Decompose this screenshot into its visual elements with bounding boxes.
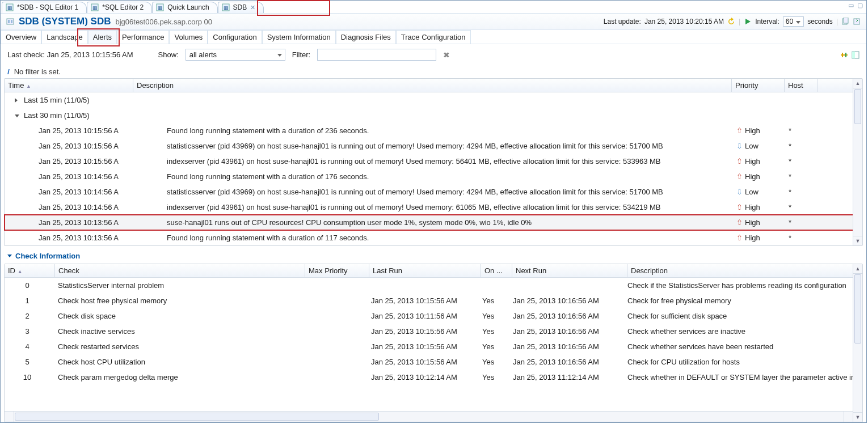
navtab-alerts[interactable]: Alerts	[88, 30, 117, 44]
col-time[interactable]: Time ▲	[5, 79, 133, 92]
check-on	[479, 279, 509, 292]
check-id: 5	[5, 355, 54, 368]
layout-icon[interactable]	[852, 51, 859, 59]
nav-tabs: OverviewLandscapeAlertsPerformanceVolume…	[1, 30, 866, 44]
check-row[interactable]: 2Check disk spaceJan 25, 2013 10:11:56 A…	[5, 308, 853, 324]
configure-icon[interactable]	[840, 51, 848, 59]
play-icon[interactable]	[744, 18, 752, 26]
alert-desc: Found long running statement with a dura…	[163, 170, 733, 183]
navtab-performance[interactable]: Performance	[117, 30, 169, 44]
interval-label: Interval:	[755, 18, 779, 26]
check-row[interactable]: 1Check host free physical memoryJan 25, …	[5, 293, 853, 308]
alert-row[interactable]: Jan 25, 2013 10:15:56 AFound long runnin…	[5, 123, 853, 138]
alert-host: *	[785, 139, 818, 152]
col-description[interactable]: Description	[133, 79, 732, 92]
check-maxp	[304, 340, 368, 353]
check-row[interactable]: 10Check param mergedog delta mergeJan 25…	[5, 370, 853, 385]
alert-priority: ⇩ Low	[733, 185, 785, 198]
navtab-overview[interactable]: Overview	[1, 30, 41, 44]
check-row[interactable]: 5Check host CPU utilizationJan 25, 2013 …	[5, 354, 853, 370]
alert-desc: statisticsserver (pid 43969) on host sus…	[163, 139, 733, 152]
check-nextrun: Jan 25, 2013 10:16:56 AM	[509, 309, 624, 323]
checks-vscroll[interactable]: ▲ ▼	[853, 264, 862, 422]
check-desc: Check whether services have been restart…	[624, 340, 853, 353]
editor-tab[interactable]: ▦*SQL Editor 2	[87, 2, 152, 13]
navtab-system-information[interactable]: System Information	[262, 30, 336, 44]
check-maxp	[304, 309, 368, 323]
page-title: SDB (SYSTEM) SDB	[19, 16, 111, 27]
check-name: Check host CPU utilization	[54, 355, 304, 368]
check-lastrun	[368, 279, 479, 292]
alert-time: Jan 25, 2013 10:13:56 A	[5, 231, 163, 244]
sql-icon: ▦	[91, 3, 99, 11]
sql-icon: ▦	[6, 3, 14, 11]
editor-tab[interactable]: ▦SDB✕	[218, 2, 264, 13]
check-row[interactable]: 3Check inactive servicesJan 25, 2013 10:…	[5, 324, 853, 339]
col-maxpriority[interactable]: Max Priority	[305, 264, 369, 277]
editor-tab[interactable]: ▦*SDB - SQL Editor 1	[2, 2, 87, 13]
alerts-toolbar: Last check: Jan 25, 2013 10:15:56 AM Sho…	[1, 44, 866, 65]
check-nextrun: Jan 25, 2013 10:16:56 AM	[509, 355, 624, 368]
alert-row[interactable]: Jan 25, 2013 10:15:56 Aindexserver (pid …	[5, 154, 853, 169]
show-combo[interactable]: all alerts	[186, 49, 285, 61]
col-id[interactable]: ID ▲	[5, 264, 55, 277]
check-desc: Check whether services are inactive	[624, 325, 853, 338]
col-host[interactable]: Host	[785, 79, 818, 92]
col-on[interactable]: On ...	[481, 264, 512, 277]
alert-host: *	[785, 231, 818, 244]
col-lastrun[interactable]: Last Run	[369, 264, 481, 277]
svg-text:▦: ▦	[158, 5, 163, 11]
col-priority[interactable]: Priority	[732, 79, 785, 92]
check-name: Check restarted services	[54, 340, 304, 353]
alert-row[interactable]: Jan 25, 2013 10:15:56 Astatisticsserver …	[5, 138, 853, 154]
check-maxp	[304, 325, 368, 338]
check-desc: Check for CPU utilization for hosts	[624, 355, 853, 368]
alert-row[interactable]: Jan 25, 2013 10:14:56 Astatisticsserver …	[5, 184, 853, 200]
editor-tab[interactable]: ▦Quick Launch	[152, 2, 217, 13]
alert-row[interactable]: Jan 25, 2013 10:14:56 Aindexserver (pid …	[5, 200, 853, 215]
copy-icon[interactable]	[841, 18, 849, 26]
navtab-landscape[interactable]: Landscape	[41, 30, 88, 44]
maximize-icon[interactable]: ▢	[857, 2, 863, 9]
last-check-value: Jan 25, 2013 10:15:56 AM	[47, 50, 133, 59]
navtab-diagnosis-files[interactable]: Diagnosis Files	[336, 30, 396, 44]
interval-select[interactable]: 60	[783, 16, 804, 27]
alert-row[interactable]: Jan 25, 2013 10:13:56 Asuse-hanajl01 run…	[5, 215, 853, 230]
export-icon[interactable]	[853, 18, 861, 26]
check-desc: Check for free physical memory	[624, 294, 853, 307]
col-check[interactable]: Check	[55, 264, 305, 277]
window-controls: ▭ ▢	[848, 2, 863, 9]
navtab-configuration[interactable]: Configuration	[208, 30, 262, 44]
check-id: 1	[5, 294, 54, 307]
svg-text:▦: ▦	[224, 5, 229, 11]
filter-input[interactable]	[317, 49, 436, 61]
alert-group[interactable]: Last 30 min (11/0/5)	[5, 108, 853, 123]
alerts-vscroll[interactable]: ▲ ▼	[853, 79, 862, 245]
info-text: No filter is set.	[14, 67, 61, 76]
alert-row[interactable]: Jan 25, 2013 10:14:56 AFound long runnin…	[5, 169, 853, 184]
alert-host: *	[785, 185, 818, 198]
check-row[interactable]: 0StatisticsServer internal problemCheck …	[5, 278, 853, 293]
svg-rect-9	[8, 20, 10, 23]
alert-group[interactable]: Last 15 min (11/0/5)	[5, 92, 853, 108]
alert-time: Jan 25, 2013 10:15:56 A	[5, 124, 163, 137]
check-row[interactable]: 4Check restarted servicesJan 25, 2013 10…	[5, 339, 853, 354]
col-nextrun[interactable]: Next Run	[512, 264, 627, 277]
check-maxp	[304, 279, 368, 292]
navtab-volumes[interactable]: Volumes	[169, 30, 208, 44]
col-check-desc[interactable]: Description	[627, 264, 853, 277]
alert-row[interactable]: Jan 25, 2013 10:13:56 AFound long runnin…	[5, 230, 853, 245]
check-lastrun: Jan 25, 2013 10:15:56 AM	[368, 294, 479, 307]
minimize-icon[interactable]: ▭	[848, 2, 854, 9]
refresh-icon[interactable]	[727, 18, 735, 26]
close-icon[interactable]: ✕	[250, 4, 255, 11]
alert-priority: ⇧ High	[733, 124, 785, 137]
checks-hscroll[interactable]	[5, 411, 853, 422]
alert-time: Jan 25, 2013 10:14:56 A	[5, 170, 163, 183]
svg-rect-8	[7, 19, 14, 24]
tab-label: *SQL Editor 2	[102, 3, 144, 11]
navtab-trace-configuration[interactable]: Trace Configuration	[396, 30, 471, 44]
clear-filter-icon[interactable]: ✖	[443, 50, 450, 60]
check-info-section[interactable]: Check Information	[1, 246, 866, 264]
svg-text:▦: ▦	[92, 5, 98, 11]
